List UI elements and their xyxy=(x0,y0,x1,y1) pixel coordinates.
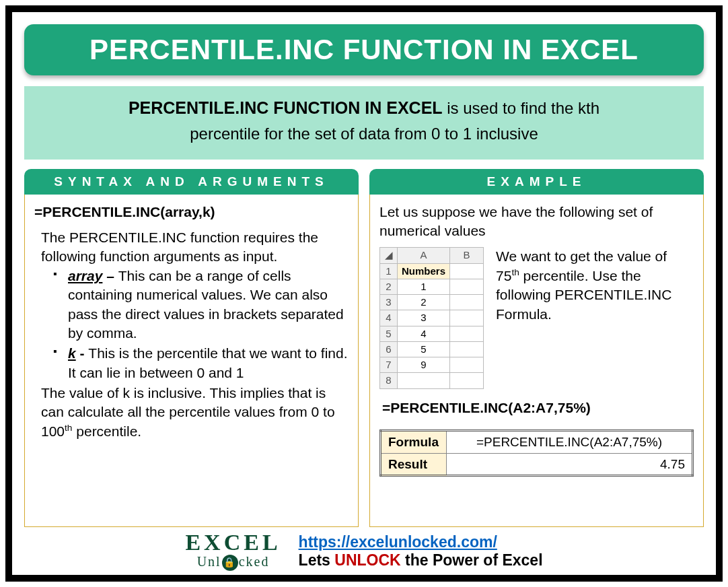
syntax-formula: =PERCENTILE.INC(array,k) xyxy=(34,203,349,221)
footer-text: https://excelunlocked.com/ Lets UNLOCK t… xyxy=(299,533,543,569)
logo: EXCEL Unl🔒cked xyxy=(185,532,281,569)
result-table: Formula =PERCENTILE.INC(A2:A7,75%) Resul… xyxy=(379,429,694,477)
example-card: EXAMPLE Let us suppose we have the follo… xyxy=(369,169,704,528)
corner-cell: ◢ xyxy=(380,248,398,263)
page-title: PERCENTILE.INC FUNCTION IN EXCEL xyxy=(24,24,704,75)
columns: SYNTAX AND ARGUMENTS =PERCENTILE.INC(arr… xyxy=(24,169,704,528)
arg-array: array – This can be a range of cells con… xyxy=(53,267,349,343)
result-value: 4.75 xyxy=(447,453,693,476)
arg-array-name: array xyxy=(68,268,102,283)
example-header: EXAMPLE xyxy=(369,169,704,195)
intro-rest1: is used to find the kth xyxy=(443,99,599,117)
logo-bottom: Unl🔒cked xyxy=(185,553,281,569)
example-formula: =PERCENTILE.INC(A2:A7,75%) xyxy=(382,399,694,417)
document-frame: PERCENTILE.INC FUNCTION IN EXCEL PERCENT… xyxy=(5,5,723,582)
syntax-header: SYNTAX AND ARGUMENTS xyxy=(24,169,359,195)
intro-strong: PERCENTILE.INC FUNCTION IN EXCEL xyxy=(129,98,443,117)
mini-spreadsheet: ◢ A B 1Numbers 21 32 43 54 65 79 8 xyxy=(379,247,484,388)
logo-top: EXCEL xyxy=(185,532,281,553)
example-desc: We want to get the value of 75th percent… xyxy=(496,247,694,388)
col-a: A xyxy=(398,248,450,263)
footer: EXCEL Unl🔒cked https://excelunlocked.com… xyxy=(24,532,704,569)
arg-k: k - This is the percentile that we want … xyxy=(53,344,349,382)
arg-k-desc: This is the percentile that we want to f… xyxy=(68,345,348,380)
col-b: B xyxy=(450,248,484,263)
syntax-lead: The PERCENTILE.INC function requires the… xyxy=(41,228,349,267)
example-body: Let us suppose we have the following set… xyxy=(369,195,704,528)
arg-k-name: k xyxy=(68,345,76,361)
intro-rest2: percentile for the set of data from 0 to… xyxy=(190,125,538,143)
footer-tagline: Lets UNLOCK the Power of Excel xyxy=(299,551,543,569)
syntax-body: =PERCENTILE.INC(array,k) The PERCENTILE.… xyxy=(24,195,359,528)
result-label: Result xyxy=(381,453,447,476)
syntax-card: SYNTAX AND ARGUMENTS =PERCENTILE.INC(arr… xyxy=(24,169,359,528)
intro-banner: PERCENTILE.INC FUNCTION IN EXCEL is used… xyxy=(24,86,704,160)
result-formula-label: Formula xyxy=(381,431,447,454)
example-intro: Let us suppose we have the following set… xyxy=(379,203,694,241)
syntax-trailer: The value of k is inclusive. This implie… xyxy=(41,384,349,441)
lock-icon: 🔒 xyxy=(222,555,238,571)
footer-link[interactable]: https://excelunlocked.com/ xyxy=(299,533,497,551)
result-formula-value: =PERCENTILE.INC(A2:A7,75%) xyxy=(447,431,693,454)
